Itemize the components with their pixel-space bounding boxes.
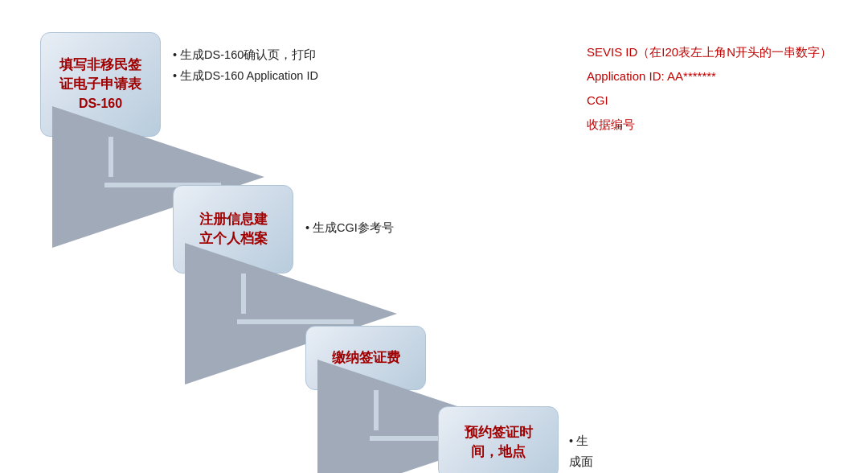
step4-desc: • 生成面谈预约单，打印 bbox=[569, 430, 593, 473]
step3-box: 缴纳签证费 bbox=[305, 326, 426, 390]
info-line3: CGI bbox=[587, 88, 844, 113]
step4-label: 预约签证时 间，地点 bbox=[465, 423, 533, 462]
info-text: SEVIS ID（在I20表左上角N开头的一串数字） Application I… bbox=[587, 40, 844, 137]
flow-diagram: 填写非移民签 证电子申请表 DS-160 • 生成DS-160确认页，打印 • … bbox=[24, 16, 571, 457]
main-container: 填写非移民签 证电子申请表 DS-160 • 生成DS-160确认页，打印 • … bbox=[0, 0, 868, 473]
step4-box: 预约签证时 间，地点 bbox=[438, 406, 559, 473]
step2-box: 注册信息建 立个人档案 bbox=[173, 185, 293, 274]
info-line1: SEVIS ID（在I20表左上角N开头的一串数字） bbox=[587, 40, 844, 64]
info-line2: Application ID: AA******* bbox=[587, 64, 844, 88]
info-panel: SEVIS ID（在I20表左上角N开头的一串数字） Application I… bbox=[571, 16, 844, 457]
step2-label: 注册信息建 立个人档案 bbox=[199, 210, 268, 249]
step3-label: 缴纳签证费 bbox=[332, 348, 400, 368]
info-line4: 收据编号 bbox=[587, 113, 844, 137]
step2-desc: • 生成CGI参考号 bbox=[305, 217, 394, 238]
step1-desc: • 生成DS-160确认页，打印 • 生成DS-160 Application … bbox=[173, 44, 318, 86]
step1-label: 填写非移民签 证电子申请表 DS-160 bbox=[59, 56, 141, 113]
step1-box: 填写非移民签 证电子申请表 DS-160 bbox=[40, 32, 161, 137]
